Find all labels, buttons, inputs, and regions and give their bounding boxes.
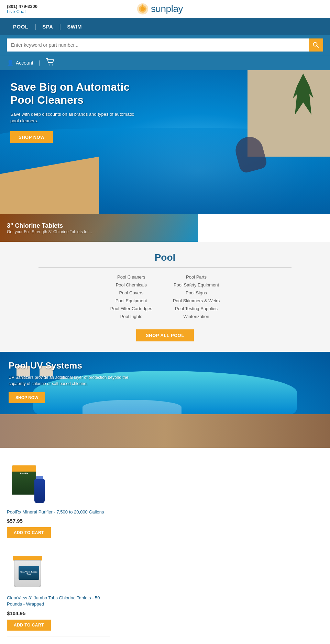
product-card-poolrx: PoolRx PoolRx Mineral Purifier - 7,500 t… <box>7 458 110 544</box>
clearview-label-text: ClearView Jumbo Tabs <box>19 571 39 575</box>
nav-spa[interactable]: SPA <box>36 18 59 35</box>
product-name-clearview[interactable]: ClearView 3" Jumbo Tabs Chlorine Tablets… <box>7 595 110 607</box>
products-section: PoolRx PoolRx Mineral Purifier - 7,500 t… <box>0 448 330 644</box>
main-nav: POOL | SPA | SWIM <box>0 18 330 35</box>
pool-cat-cleaners[interactable]: Pool Cleaners <box>110 274 152 280</box>
uv-content: Pool UV Systems UV Sanitizers provide an… <box>9 360 132 403</box>
svg-point-5 <box>48 65 50 66</box>
poolrx-product-image: PoolRx <box>10 465 45 503</box>
search-icon <box>313 42 319 48</box>
sunplay-logo-icon <box>136 3 149 15</box>
search-button[interactable] <box>309 38 323 52</box>
person-icon: 👤 <box>7 59 14 66</box>
top-bar: (801) 479-3300 Live Chat sunplay <box>0 0 330 18</box>
poolrx-box-label: PoolRx <box>14 472 34 475</box>
account-bar: 👤 Account | <box>0 55 330 70</box>
pool-cat-covers[interactable]: Pool Covers <box>110 290 152 295</box>
contact-info: (801) 479-3300 Live Chat <box>7 4 37 14</box>
pool-categories-left: Pool Cleaners Pool Chemicals Pool Covers… <box>110 274 152 319</box>
pool-categories: Pool Cleaners Pool Chemicals Pool Covers… <box>7 274 323 319</box>
hero-subtitle: Save with deep discounts on all brands a… <box>10 111 141 124</box>
add-to-cart-clearview[interactable]: ADD TO CART <box>7 620 51 631</box>
hero-title: Save Big on Automatic Pool Cleaners <box>10 80 141 107</box>
product-image-poolrx[interactable]: PoolRx <box>7 464 48 505</box>
hero-content: Save Big on Automatic Pool Cleaners Save… <box>10 80 141 143</box>
pool-section-divider <box>38 267 292 268</box>
pool-categories-right: Pool Parts Pool Safety Equipment Pool Si… <box>173 274 220 319</box>
product-card-clearview: ClearView Jumbo Tabs ClearView 3" Jumbo … <box>7 544 110 636</box>
live-chat-link[interactable]: Live Chat <box>7 9 37 14</box>
clearview-label: ClearView Jumbo Tabs <box>19 566 39 580</box>
add-to-cart-poolrx[interactable]: ADD TO CART <box>7 527 51 538</box>
chlorine-content: 3" Chlorine Tablets Get your Full Streng… <box>7 222 92 234</box>
chlorine-strip[interactable]: 3" Chlorine Tablets Get your Full Streng… <box>0 214 198 242</box>
pool-section: Pool Pool Cleaners Pool Chemicals Pool C… <box>0 242 330 352</box>
account-link[interactable]: 👤 Account <box>7 59 33 66</box>
pool-cat-equipment[interactable]: Pool Equipment <box>110 298 152 303</box>
product-price-clearview: $104.95 <box>7 610 25 616</box>
pool-cat-safety[interactable]: Pool Safety Equipment <box>173 282 220 287</box>
pool-cat-parts[interactable]: Pool Parts <box>173 274 220 280</box>
chlorine-subtitle: Get your Full Strength 3" Chlorine Table… <box>7 229 92 234</box>
hero-banner: Save Big on Automatic Pool Cleaners Save… <box>0 70 330 214</box>
uv-patio <box>0 414 330 448</box>
uv-banner: Pool UV Systems UV Sanitizers provide an… <box>0 352 330 448</box>
uv-cta-button[interactable]: SHOP NOW <box>9 392 45 403</box>
pool-cat-signs[interactable]: Pool Signs <box>173 290 220 295</box>
chlorine-title: 3" Chlorine Tablets <box>7 222 92 229</box>
nav-swim[interactable]: SWIM <box>61 18 88 35</box>
logo[interactable]: sunplay <box>136 3 183 15</box>
pool-section-title: Pool <box>7 252 323 263</box>
clearview-product-image: ClearView Jumbo Tabs <box>12 553 43 587</box>
hero-cta-button[interactable]: SHOP NOW <box>10 131 53 143</box>
nav-pool[interactable]: POOL <box>7 18 35 35</box>
product-price-poolrx: $57.95 <box>7 518 23 524</box>
shop-all-pool-button[interactable]: SHOP ALL POOL <box>136 329 194 341</box>
pool-cat-testing[interactable]: Pool Testing Supplies <box>173 306 220 311</box>
svg-line-4 <box>317 46 319 48</box>
pool-cat-skimmers[interactable]: Pool Skimmers & Weirs <box>173 298 220 303</box>
cart-button[interactable] <box>46 58 55 67</box>
search-input[interactable] <box>7 38 309 52</box>
phone-number[interactable]: (801) 479-3300 <box>7 4 37 9</box>
uv-subtitle: UV Sanitizers provide an additional laye… <box>9 374 132 387</box>
uv-title: Pool UV Systems <box>9 360 132 371</box>
account-bar-divider: | <box>39 60 40 66</box>
poolrx-bottle <box>34 479 45 503</box>
logo-text: sunplay <box>151 3 183 14</box>
svg-point-6 <box>52 65 53 66</box>
pool-cat-chemicals[interactable]: Pool Chemicals <box>110 282 152 287</box>
pool-cat-winterization[interactable]: Winterization <box>173 314 220 319</box>
search-bar <box>0 35 330 55</box>
poolrx-box-top <box>12 465 36 472</box>
pool-cat-filter-cartridges[interactable]: Pool Filter Cartridges <box>110 306 152 311</box>
cart-icon <box>46 58 55 66</box>
product-name-poolrx[interactable]: PoolRx Mineral Purifier - 7,500 to 20,00… <box>7 509 104 515</box>
product-image-clearview[interactable]: ClearView Jumbo Tabs <box>7 550 48 591</box>
clearview-bucket: ClearView Jumbo Tabs <box>14 560 41 587</box>
account-label: Account <box>16 60 33 66</box>
pool-cat-lights[interactable]: Pool Lights <box>110 314 152 319</box>
